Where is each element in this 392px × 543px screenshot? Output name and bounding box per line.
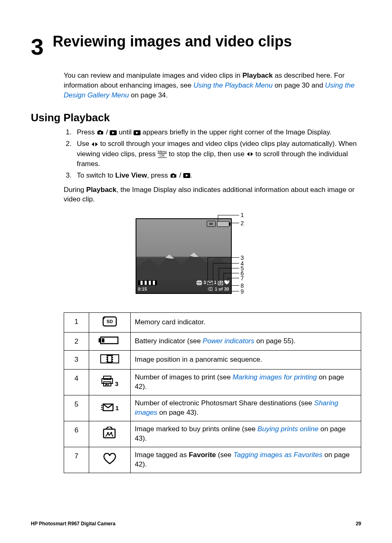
steps-list: Press / until appears briefly in the upp… <box>64 127 361 180</box>
text: until <box>117 128 134 136</box>
table-row: 43Number of images to print (see Marking… <box>64 370 361 395</box>
row-description: Number of electronic Photosmart Share de… <box>131 395 361 421</box>
link[interactable]: Marking images for printing <box>233 373 317 381</box>
bold-text: Favorite <box>189 451 216 459</box>
svg-text:3: 3 <box>115 380 118 387</box>
text: During <box>64 186 86 194</box>
overlay-print-count: 3 <box>203 280 206 285</box>
link[interactable]: Power indicators <box>203 337 254 345</box>
text: appears briefly in the upper right corne… <box>141 128 332 136</box>
section-heading: Using Playback <box>31 111 361 124</box>
camera-screen: SD 3 1 0:15 1 of 30 <box>136 218 232 294</box>
overlay-position: 1 of 30 <box>215 287 229 291</box>
mountain-illustration <box>136 246 231 279</box>
svg-text:SD: SD <box>106 319 113 324</box>
row-description: Image position in a panoramic sequence. <box>131 351 361 370</box>
text: on page 43). <box>157 409 198 416</box>
text: Battery indicator (see <box>135 337 203 345</box>
chapter-number: 3 <box>31 33 44 58</box>
table-row: 2Battery indicator (see Power indicators… <box>64 333 361 351</box>
arrows-icon <box>247 152 254 157</box>
overlay-filmstrip-icon <box>138 280 157 285</box>
text: To switch to <box>77 171 115 179</box>
svg-rect-27 <box>104 429 115 438</box>
link[interactable]: Buying prints online <box>258 425 318 433</box>
text: (see <box>216 451 234 459</box>
text: Image position in a panoramic sequence. <box>135 356 262 363</box>
overlay-share-icon <box>207 281 213 285</box>
text: Image marked to buy prints online (see <box>135 425 258 433</box>
playback-icon <box>183 173 190 178</box>
callout-7: 7 <box>241 275 244 282</box>
intro-paragraph: You can review and manipulate images and… <box>64 71 361 100</box>
svg-text:1: 1 <box>115 404 119 411</box>
buy-icon <box>89 421 131 447</box>
link[interactable]: Tagging images as Favorites <box>233 451 323 459</box>
row-description: Memory card indicator. <box>131 313 361 333</box>
camera-icon <box>170 173 177 178</box>
indicator-table: 1SDMemory card indicator.2Battery indica… <box>64 312 361 473</box>
chapter-header: 3 Reviewing images and video clips <box>31 33 361 58</box>
footer-left: HP Photosmart R967 Digital Camera <box>31 521 115 527</box>
svg-rect-15 <box>102 338 104 342</box>
figure: SD 3 1 0:15 1 of 30 1 <box>31 214 361 300</box>
arrows-icon <box>91 142 98 147</box>
text: . <box>190 171 192 179</box>
menu-ok-icon: MenuOK <box>158 150 167 158</box>
step-3: To switch to Live View, press / . <box>74 171 361 181</box>
share1-icon: 1 <box>89 395 131 421</box>
overlay-sd-icon: SD <box>207 221 216 227</box>
step-1: Press / until appears briefly in the upp… <box>74 127 361 138</box>
row-number: 3 <box>64 351 89 370</box>
chapter-title: Reviewing images and video clips <box>53 33 292 50</box>
row-description: Image tagged as Favorite (see Tagging im… <box>131 447 361 473</box>
table-row: 3Image position in a panoramic sequence. <box>64 351 361 370</box>
row-number: 6 <box>64 421 89 447</box>
table-row: 51Number of electronic Photosmart Share … <box>64 395 361 421</box>
row-number: 4 <box>64 370 89 395</box>
row-number: 5 <box>64 395 89 421</box>
text: Memory card indicator. <box>135 318 205 326</box>
live-view-bold: Live View <box>115 171 147 179</box>
overlay-timer: 0:15 <box>138 287 147 291</box>
overlay-speaker-icon <box>208 287 212 291</box>
text: on page 55). <box>254 337 295 345</box>
step-2: Use to scroll through your images and vi… <box>74 139 361 169</box>
print3-icon: 3 <box>89 370 131 395</box>
link-playback-menu[interactable]: Using the Playback Menu <box>194 81 273 89</box>
svg-point-3 <box>173 175 174 177</box>
camera-icon <box>97 130 104 135</box>
panorama-icon <box>89 351 131 370</box>
table-row: 7Image tagged as Favorite (see Tagging i… <box>64 447 361 473</box>
svg-rect-19 <box>108 356 112 362</box>
text: , press <box>147 171 170 179</box>
callout-1: 1 <box>241 212 244 218</box>
sd-icon: SD <box>89 313 131 333</box>
text: Number of electronic Photosmart Share de… <box>135 399 314 407</box>
text: to stop the clip, then use <box>167 150 247 158</box>
callout-2: 2 <box>241 220 244 226</box>
row-description: Number of images to print (see Marking i… <box>131 370 361 395</box>
footer-page-number: 29 <box>356 521 361 527</box>
battery-icon <box>89 333 131 351</box>
text: You can review and manipulate images and… <box>64 72 242 79</box>
text: Press <box>77 128 97 136</box>
playback-bold: Playback <box>86 186 117 194</box>
svg-rect-14 <box>99 338 101 342</box>
callout-9: 9 <box>241 288 244 295</box>
table-row: 1SDMemory card indicator. <box>64 313 361 333</box>
overlay-print-icon <box>196 280 202 285</box>
text: Use <box>77 140 91 148</box>
during-paragraph: During Playback, the Image Display also … <box>64 185 361 205</box>
playback-icon <box>134 130 141 135</box>
footer: HP Photosmart R967 Digital Camera 29 <box>31 521 361 527</box>
svg-point-0 <box>99 132 101 134</box>
row-number: 7 <box>64 447 89 473</box>
heart-icon <box>89 447 131 473</box>
text: Image tagged as <box>135 451 189 459</box>
row-description: Battery indicator (see Power indicators … <box>131 333 361 351</box>
playback-bold: Playback <box>242 72 273 79</box>
playback-icon <box>110 130 117 135</box>
overlay-heart-icon <box>224 280 229 285</box>
text: on page 34. <box>129 91 168 99</box>
